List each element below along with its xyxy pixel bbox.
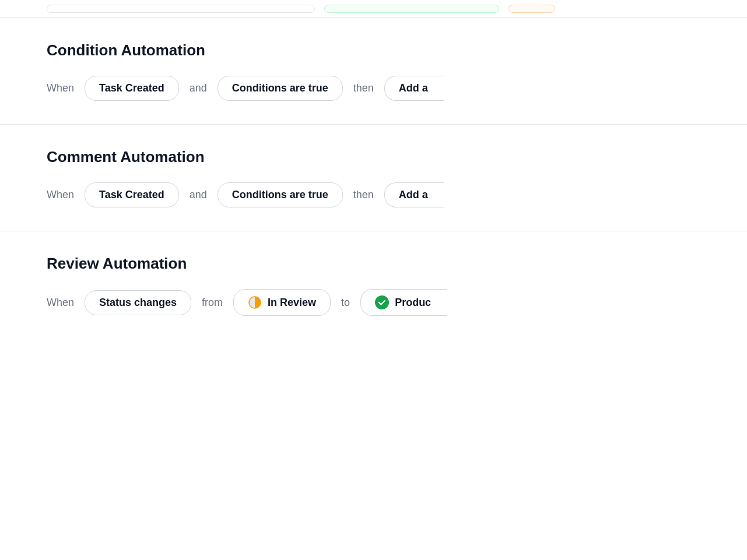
comment-when-label: When (47, 189, 74, 201)
comment-automation-title: Comment Automation (47, 148, 700, 166)
condition-automation-title: Condition Automation (47, 41, 700, 59)
review-to-status-button[interactable]: Produc (360, 289, 447, 316)
comment-condition-button[interactable]: Conditions are true (218, 182, 343, 207)
top-partial-pill-1[interactable] (47, 5, 315, 13)
comment-trigger-button[interactable]: Task Created (85, 182, 179, 207)
review-automation-section: Review Automation When Status changes fr… (0, 231, 747, 339)
review-trigger-button[interactable]: Status changes (85, 290, 191, 315)
review-automation-title: Review Automation (47, 255, 700, 273)
condition-then-label: then (353, 82, 374, 94)
top-partial-pill-green[interactable] (324, 5, 499, 13)
condition-condition-button[interactable]: Conditions are true (218, 76, 343, 101)
comment-automation-section: Comment Automation When Task Created and… (0, 125, 747, 231)
comment-action-button[interactable]: Add a (384, 182, 444, 207)
condition-automation-row: When Task Created and Conditions are tru… (47, 76, 700, 101)
comment-and-label: and (190, 189, 207, 201)
top-partial-section (0, 0, 747, 17)
condition-and-label: and (190, 82, 207, 94)
condition-when-label: When (47, 82, 74, 94)
in-review-status-icon (248, 295, 262, 309)
condition-trigger-button[interactable]: Task Created (85, 76, 179, 101)
comment-automation-row: When Task Created and Conditions are tru… (47, 182, 700, 207)
review-from-status-button[interactable]: In Review (233, 289, 331, 316)
comment-then-label: then (353, 189, 374, 201)
review-to-label: to (341, 297, 350, 309)
condition-automation-section: Condition Automation When Task Created a… (0, 18, 747, 124)
review-from-label: from (202, 297, 223, 309)
top-partial-pill-orange[interactable] (508, 5, 555, 13)
condition-action-button[interactable]: Add a (384, 76, 444, 101)
review-automation-row: When Status changes from In Review to (47, 289, 700, 316)
page-container: Condition Automation When Task Created a… (0, 0, 747, 339)
review-when-label: When (47, 297, 74, 309)
production-status-icon (375, 295, 389, 309)
